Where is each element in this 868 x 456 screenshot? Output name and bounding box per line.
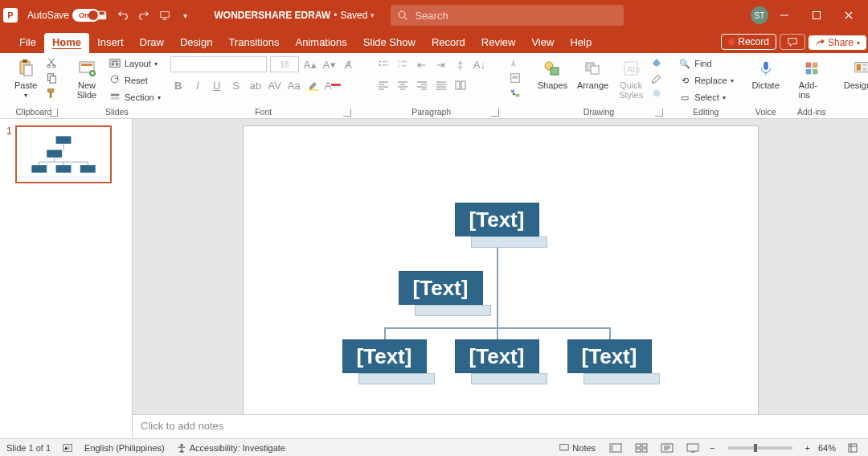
- shape-effects-icon[interactable]: [650, 87, 663, 100]
- tab-insert[interactable]: Insert: [89, 33, 132, 53]
- slideshow-view-icon[interactable]: [684, 442, 702, 454]
- drawing-dialog-launcher[interactable]: [655, 109, 663, 117]
- tab-draw[interactable]: Draw: [132, 33, 172, 53]
- section-button[interactable]: Section▾: [106, 90, 163, 105]
- reading-view-icon[interactable]: [658, 442, 676, 454]
- redo-icon[interactable]: [136, 7, 152, 23]
- text-direction-icon[interactable]: ⅄: [509, 56, 522, 69]
- align-left-icon[interactable]: [375, 77, 391, 93]
- numbering-icon[interactable]: 12: [395, 56, 411, 72]
- format-painter-icon[interactable]: [45, 87, 58, 100]
- tab-animations[interactable]: Animations: [288, 33, 355, 53]
- tab-file[interactable]: File: [11, 33, 44, 53]
- bullets-icon[interactable]: [375, 56, 391, 72]
- tab-record[interactable]: Record: [424, 33, 473, 53]
- align-right-icon[interactable]: [414, 77, 430, 93]
- slide-thumbnail-1[interactable]: [15, 125, 112, 183]
- find-button[interactable]: 🔍Find: [676, 56, 735, 71]
- org-node-1[interactable]: [Text]: [455, 203, 539, 236]
- save-icon[interactable]: [94, 7, 110, 23]
- quick-styles-button[interactable]: AbcQuick Styles: [615, 56, 647, 101]
- user-avatar[interactable]: ST: [751, 6, 768, 24]
- bold-button[interactable]: B: [170, 77, 186, 93]
- shape-outline-icon[interactable]: [650, 72, 663, 84]
- reset-button[interactable]: Reset: [106, 73, 163, 88]
- shapes-button[interactable]: Shapes: [534, 56, 571, 92]
- tab-review[interactable]: Review: [473, 33, 524, 53]
- search-box[interactable]: [391, 5, 624, 26]
- normal-view-icon[interactable]: [607, 442, 624, 454]
- arrange-button[interactable]: Arrange: [574, 56, 612, 92]
- paste-button[interactable]: Paste▾: [10, 56, 42, 101]
- record-button[interactable]: Record: [721, 34, 776, 50]
- tab-design[interactable]: Design: [172, 33, 220, 53]
- font-size-combo[interactable]: 18: [270, 56, 299, 72]
- slide[interactable]: [Text] [Text] [Text] [Text: [243, 125, 759, 414]
- clipboard-dialog-launcher[interactable]: [50, 109, 58, 117]
- minimize-button[interactable]: [768, 3, 800, 27]
- zoom-out-button[interactable]: −: [710, 443, 714, 453]
- doc-chevron-icon[interactable]: ▾: [371, 11, 375, 19]
- new-slide-button[interactable]: New Slide: [71, 56, 103, 101]
- org-node-2[interactable]: [Text]: [399, 271, 483, 305]
- replace-button[interactable]: ⟲Replace▾: [676, 73, 735, 88]
- sorter-view-icon[interactable]: [633, 442, 650, 454]
- tab-help[interactable]: Help: [562, 33, 600, 53]
- decrease-indent-icon[interactable]: ⇤: [414, 56, 430, 72]
- zoom-slider[interactable]: [728, 446, 792, 450]
- close-button[interactable]: [833, 3, 865, 27]
- copy-icon[interactable]: [45, 72, 58, 84]
- spellcheck-icon[interactable]: [59, 442, 76, 454]
- justify-icon[interactable]: [433, 77, 449, 93]
- paragraph-dialog-launcher[interactable]: [491, 109, 499, 117]
- fit-to-window-icon[interactable]: [844, 442, 862, 454]
- tab-slideshow[interactable]: Slide Show: [355, 33, 424, 53]
- notes-toggle[interactable]: Notes: [555, 442, 599, 454]
- clear-formatting-icon[interactable]: A̸: [341, 56, 357, 72]
- language-indicator[interactable]: English (Philippines): [84, 443, 165, 453]
- line-spacing-icon[interactable]: ‡: [452, 56, 469, 72]
- strike-button[interactable]: S: [228, 77, 244, 93]
- increase-font-icon[interactable]: A▴: [302, 56, 318, 72]
- tab-view[interactable]: View: [523, 33, 562, 53]
- align-center-icon[interactable]: [395, 77, 411, 93]
- present-icon[interactable]: [157, 7, 173, 23]
- customize-qat-icon[interactable]: ▾: [178, 7, 194, 23]
- share-button[interactable]: Share▾: [809, 35, 866, 50]
- maximize-button[interactable]: [800, 3, 833, 27]
- font-color-icon[interactable]: A: [325, 77, 341, 93]
- columns-icon[interactable]: [452, 77, 469, 93]
- slide-thumbnail-pane[interactable]: 1: [0, 119, 133, 438]
- slide-canvas[interactable]: [Text] [Text] [Text] [Text: [133, 119, 868, 414]
- undo-icon[interactable]: [115, 7, 131, 23]
- addins-button[interactable]: Add-ins: [796, 56, 828, 101]
- highlight-color-icon[interactable]: [305, 77, 321, 93]
- font-family-combo[interactable]: [170, 56, 267, 72]
- cut-icon[interactable]: [45, 56, 58, 69]
- shape-fill-icon[interactable]: [650, 56, 663, 69]
- select-button[interactable]: ▭Select▾: [676, 90, 735, 105]
- autosave-toggle[interactable]: AutoSave On: [27, 9, 89, 22]
- designer-button[interactable]: Designer: [841, 56, 868, 92]
- zoom-level[interactable]: 64%: [818, 443, 836, 453]
- org-chart[interactable]: [Text] [Text] [Text] [Text: [244, 126, 758, 414]
- layout-button[interactable]: Layout▾: [106, 56, 163, 71]
- org-node-5[interactable]: [Text]: [567, 339, 652, 373]
- char-spacing-icon[interactable]: AV: [267, 77, 283, 93]
- dictate-button[interactable]: Dictate: [749, 56, 783, 92]
- smartart-convert-icon[interactable]: [509, 87, 522, 100]
- align-text-icon[interactable]: [509, 72, 522, 84]
- tab-transitions[interactable]: Transitions: [220, 33, 287, 53]
- org-node-4[interactable]: [Text]: [455, 339, 539, 373]
- comments-button[interactable]: [780, 34, 805, 50]
- increase-indent-icon[interactable]: ⇥: [433, 56, 449, 72]
- underline-button[interactable]: U: [209, 77, 225, 93]
- change-case-icon[interactable]: Aa: [286, 77, 302, 93]
- font-dialog-launcher[interactable]: [343, 109, 351, 117]
- zoom-in-button[interactable]: +: [805, 443, 810, 453]
- tab-home[interactable]: Home: [44, 33, 89, 53]
- sort-icon[interactable]: A↓: [472, 56, 488, 72]
- org-node-3[interactable]: [Text]: [342, 339, 427, 373]
- shadow-button[interactable]: ab: [248, 77, 264, 93]
- italic-button[interactable]: I: [190, 77, 206, 93]
